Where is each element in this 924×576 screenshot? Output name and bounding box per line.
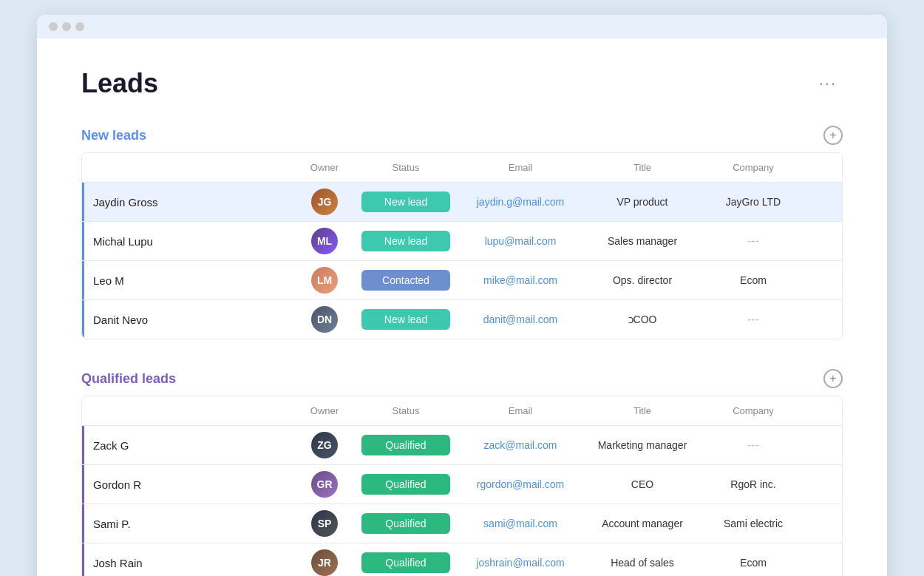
- row-company: RgoR inc.: [702, 472, 805, 496]
- row-owner: JG: [295, 183, 354, 221]
- qualified-leads-table: Owner Status Email Title Company Zack G …: [81, 396, 843, 576]
- row-email: jaydin.g@mail.com: [458, 190, 583, 214]
- avatar: JG: [311, 189, 338, 215]
- table-row[interactable]: Gordon R GR Qualified rgordon@mail.com C…: [82, 465, 842, 504]
- browser-window: Leads ··· New leads + Owner Status Email…: [37, 15, 887, 576]
- row-status: New lead: [354, 303, 458, 336]
- row-status: Qualified: [354, 429, 458, 461]
- row-company: Sami electric: [702, 512, 805, 535]
- qualified-leads-rows: Zack G ZG Qualified zack@mail.com Market…: [82, 426, 842, 576]
- avatar: LM: [311, 267, 338, 294]
- row-email: zack@mail.com: [458, 433, 583, 457]
- row-action: [805, 439, 842, 451]
- new-leads-section: New leads + Owner Status Email Title Com…: [81, 126, 843, 339]
- row-action: [805, 478, 842, 490]
- row-company: Ecom: [702, 551, 805, 575]
- row-owner: ML: [295, 222, 354, 260]
- table-row[interactable]: Jaydin Gross JG New lead jaydin.g@mail.c…: [82, 183, 842, 222]
- browser-dot-green: [75, 22, 84, 31]
- row-name: Zack G: [82, 426, 295, 464]
- col-q-name: [82, 401, 295, 421]
- status-badge: Qualified: [361, 474, 450, 495]
- row-action: [805, 274, 842, 286]
- row-status: Qualified: [354, 546, 458, 576]
- table-row[interactable]: Danit Nevo DN New lead danit@mail.com כC…: [82, 300, 842, 339]
- avatar: JR: [311, 549, 338, 576]
- avatar: ML: [311, 228, 338, 254]
- avatar: GR: [311, 471, 338, 498]
- table-row[interactable]: Sami P. SP Qualified sami@mail.com Accou…: [82, 504, 842, 543]
- row-action: [805, 235, 842, 247]
- col-q-action: [805, 401, 842, 421]
- row-name: Josh Rain: [82, 543, 295, 576]
- row-owner: JR: [295, 543, 354, 576]
- new-leads-title: New leads: [81, 128, 146, 143]
- qualified-leads-header-row: Qualified leads +: [81, 369, 843, 388]
- status-badge: Qualified: [361, 435, 450, 455]
- add-new-lead-button[interactable]: +: [823, 126, 843, 145]
- new-leads-header-row: New leads +: [81, 126, 843, 145]
- table-row[interactable]: Zack G ZG Qualified zack@mail.com Market…: [82, 426, 842, 465]
- add-qualified-lead-button[interactable]: +: [823, 369, 843, 388]
- row-company: ---: [702, 433, 805, 458]
- row-status: Qualified: [354, 507, 458, 540]
- row-name: Danit Nevo: [82, 300, 295, 339]
- qualified-leads-col-headers: Owner Status Email Title Company: [82, 396, 842, 426]
- row-name: Leo M: [82, 261, 295, 299]
- row-company: ---: [702, 228, 805, 254]
- qualified-leads-section: Qualified leads + Owner Status Email Tit…: [81, 369, 843, 576]
- row-status: New lead: [354, 225, 458, 257]
- new-leads-col-headers: Owner Status Email Title Company: [82, 153, 842, 183]
- page-title: Leads: [81, 68, 158, 99]
- row-action: [805, 196, 842, 208]
- browser-bar: [37, 15, 887, 38]
- col-action: [805, 157, 842, 177]
- browser-dot-yellow: [62, 22, 71, 31]
- col-email: Email: [458, 157, 583, 177]
- col-owner: Owner: [295, 157, 354, 177]
- row-title: Marketing manager: [583, 433, 702, 457]
- row-owner: SP: [295, 504, 354, 543]
- col-q-title: Title: [583, 401, 702, 421]
- row-name: Gordon R: [82, 465, 295, 504]
- row-owner: LM: [295, 261, 354, 299]
- col-status: Status: [354, 157, 458, 177]
- status-badge: Contacted: [361, 270, 450, 291]
- new-leads-table: Owner Status Email Title Company Jaydin …: [81, 152, 843, 339]
- row-email: sami@mail.com: [458, 512, 583, 535]
- avatar: DN: [311, 306, 338, 333]
- col-company: Company: [702, 157, 805, 177]
- row-name: Sami P.: [82, 504, 295, 543]
- table-row[interactable]: Leo M LM Contacted mike@mail.com Ops. di…: [82, 261, 842, 300]
- table-row[interactable]: Michal Lupu ML New lead lupu@mail.com Sa…: [82, 222, 842, 261]
- row-owner: GR: [295, 465, 354, 504]
- row-name: Michal Lupu: [82, 222, 295, 260]
- row-title: Head of sales: [583, 551, 702, 575]
- row-email: danit@mail.com: [458, 308, 583, 331]
- col-name: [82, 157, 295, 177]
- more-options-button[interactable]: ···: [813, 71, 843, 96]
- row-company: ---: [702, 307, 805, 332]
- status-badge: Qualified: [361, 552, 450, 573]
- row-email: mike@mail.com: [458, 268, 583, 292]
- row-email: rgordon@mail.com: [458, 472, 583, 496]
- col-q-owner: Owner: [295, 401, 354, 421]
- col-title: Title: [583, 157, 702, 177]
- row-company: JayGro LTD: [702, 190, 805, 214]
- row-title: VP product: [583, 190, 702, 214]
- new-leads-rows: Jaydin Gross JG New lead jaydin.g@mail.c…: [82, 183, 842, 339]
- row-action: [805, 518, 842, 529]
- status-badge: Qualified: [361, 513, 450, 534]
- row-title: Account manager: [583, 512, 702, 535]
- row-email: joshrain@mail.com: [458, 551, 583, 575]
- row-owner: ZG: [295, 426, 354, 464]
- col-q-email: Email: [458, 401, 583, 421]
- page-header: Leads ···: [81, 68, 843, 99]
- row-action: [805, 557, 842, 569]
- table-row[interactable]: Josh Rain JR Qualified joshrain@mail.com…: [82, 543, 842, 576]
- avatar: SP: [311, 510, 338, 537]
- row-title: כCOO: [583, 308, 702, 331]
- content-area: Leads ··· New leads + Owner Status Email…: [37, 38, 887, 576]
- status-badge: New lead: [361, 231, 450, 251]
- row-name: Jaydin Gross: [82, 183, 295, 221]
